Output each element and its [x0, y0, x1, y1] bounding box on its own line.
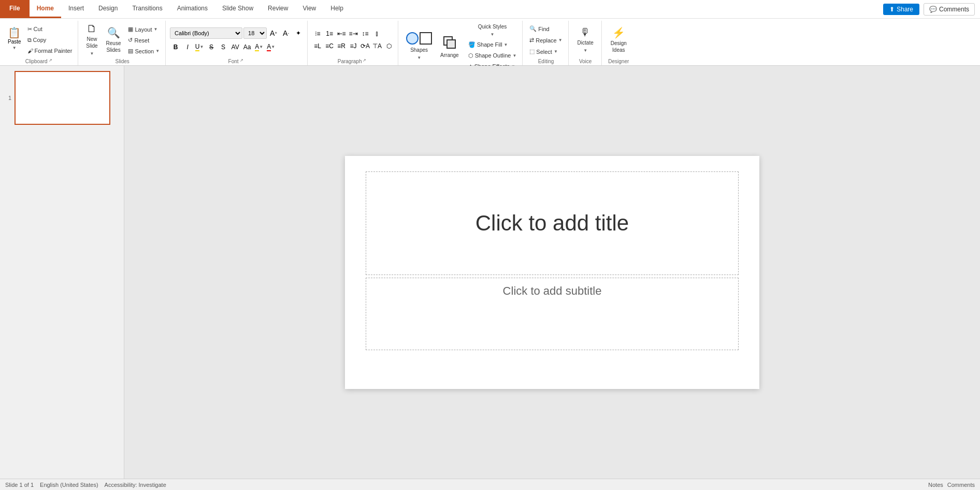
- justify-button[interactable]: ≡J: [348, 40, 359, 52]
- arrange-button[interactable]: Arrange: [437, 30, 463, 64]
- para-row1: ⁝≡ 1≡ ⇤≡ ≡⇥ ↕≡ ⫿: [312, 28, 383, 39]
- drawing-options-col: Quick Styles ▼ 🪣 Shape Fill ▼ ⬡ Shape Ou…: [464, 22, 520, 71]
- share-button[interactable]: ⬆ Share: [883, 4, 919, 15]
- align-center-button[interactable]: ≡C: [324, 40, 335, 52]
- align-left-button[interactable]: ≡L: [312, 40, 323, 52]
- paste-caret: ▼: [12, 46, 17, 50]
- decrease-indent-button[interactable]: ⇤≡: [336, 28, 347, 39]
- format-painter-icon: 🖌: [27, 48, 33, 54]
- increase-font-button[interactable]: A+: [268, 27, 279, 39]
- font-family-select[interactable]: Calibri (Body): [170, 27, 242, 39]
- slide-canvas[interactable]: Click to add title Click to add subtitle: [345, 156, 759, 389]
- new-slide-button[interactable]: 🗋 New Slide ▼: [82, 23, 101, 57]
- font-size-select[interactable]: 18: [243, 27, 267, 39]
- change-case-button[interactable]: Aa: [241, 41, 253, 53]
- clear-format-button[interactable]: ✦: [293, 27, 304, 39]
- language-status: English (United States): [40, 482, 98, 488]
- tab-insert[interactable]: Insert: [61, 0, 91, 18]
- replace-icon: ⇄: [529, 37, 534, 44]
- slide-title-box[interactable]: Click to add title: [366, 171, 739, 275]
- font-group-content: Calibri (Body) 18 A+ A- ✦ B I U ▼: [170, 22, 304, 58]
- design-ideas-button[interactable]: ⚡ Design Ideas: [606, 23, 631, 57]
- canvas-area: Click to add title Click to add subtitle: [124, 66, 980, 479]
- status-bar: Slide 1 of 1 English (United States) Acc…: [0, 479, 980, 490]
- paste-button[interactable]: 📋 Paste ▼: [5, 22, 24, 56]
- voice-group-content: 🎙 Dictate ▼: [573, 22, 598, 59]
- increase-indent-button[interactable]: ≡⇥: [348, 28, 359, 39]
- main-area: 1 ↔ Click to add title Click to add subt…: [0, 66, 980, 479]
- tab-help[interactable]: Help: [323, 0, 351, 18]
- slide-subtitle-box[interactable]: Click to add subtitle: [366, 278, 739, 350]
- design-ideas-icon: ⚡: [612, 27, 625, 38]
- highlight-button[interactable]: A ▼: [253, 41, 265, 53]
- notes-button[interactable]: Notes: [928, 482, 943, 488]
- italic-button[interactable]: I: [182, 41, 193, 53]
- status-right: Notes Comments: [928, 482, 975, 488]
- reuse-slides-button[interactable]: 🔍 ReuseSlides: [103, 23, 125, 57]
- slide-thumbnail-1[interactable]: [15, 71, 110, 125]
- slide-subtitle-placeholder: Click to add subtitle: [503, 284, 602, 298]
- clipboard-group: 📋 Paste ▼ ✂ Cut ⧉ Copy 🖌 Format P: [2, 21, 78, 65]
- layout-icon: ▦: [128, 26, 133, 33]
- font-format-row: B I U ▼ S S AV Aa A ▼ A: [170, 41, 277, 53]
- shapes-button[interactable]: Shapes ▼: [402, 30, 436, 64]
- bold-button[interactable]: B: [170, 41, 181, 53]
- tab-home[interactable]: Home: [30, 0, 61, 18]
- find-button[interactable]: 🔍 Find: [527, 24, 552, 34]
- decrease-font-button[interactable]: A-: [280, 27, 292, 39]
- tab-slideshow[interactable]: Slide Show: [215, 0, 261, 18]
- tab-transitions[interactable]: Transitions: [125, 0, 169, 18]
- shape-outline-button[interactable]: ⬡ Shape Outline ▼: [466, 50, 520, 61]
- comments-status[interactable]: Comments: [947, 482, 975, 488]
- slide-title-placeholder: Click to add title: [475, 211, 629, 236]
- strikethrough-button[interactable]: S: [206, 41, 217, 53]
- slide-panel: 1: [0, 66, 124, 479]
- char-spacing-button[interactable]: AV: [229, 41, 241, 53]
- tab-review[interactable]: Review: [261, 0, 295, 18]
- comments-button[interactable]: 💬 Comments: [924, 3, 975, 16]
- tab-animations[interactable]: Animations: [170, 0, 215, 18]
- clipboard-expand[interactable]: ↗: [49, 58, 55, 64]
- columns-button[interactable]: ⫿: [371, 28, 383, 39]
- text-direction-button[interactable]: ⟳A: [359, 40, 371, 52]
- layout-button[interactable]: ▦ Layout ▼: [125, 24, 162, 35]
- drawing-group: Shapes ▼ Arrange Quick Styles ▼: [399, 21, 523, 65]
- align-right-button[interactable]: ≡R: [336, 40, 347, 52]
- tab-file[interactable]: File: [0, 0, 30, 18]
- dictate-button[interactable]: 🎙 Dictate ▼: [573, 23, 598, 57]
- paste-icon: 📋: [8, 27, 21, 38]
- paragraph-group: ⁝≡ 1≡ ⇤≡ ≡⇥ ↕≡ ⫿ ≡L ≡C ≡R ≡J ⟳A ⊤A ⬡: [309, 21, 398, 65]
- quick-styles-button[interactable]: Quick Styles ▼: [466, 22, 520, 39]
- format-painter-button[interactable]: 🖌 Format Painter: [25, 46, 75, 56]
- underline-button[interactable]: U ▼: [194, 41, 205, 53]
- shapes-area: Shapes ▼ Arrange: [402, 30, 463, 64]
- tab-view[interactable]: View: [295, 0, 323, 18]
- numbering-button[interactable]: 1≡: [324, 28, 335, 39]
- section-button[interactable]: ▤ Section ▼: [125, 46, 162, 56]
- replace-button[interactable]: ⇄ Replace ▼: [527, 35, 565, 46]
- slide-count: Slide 1 of 1: [5, 482, 34, 488]
- cut-icon: ✂: [27, 26, 32, 33]
- find-icon: 🔍: [529, 25, 537, 32]
- font-color-button[interactable]: A ▼: [265, 41, 277, 53]
- copy-button[interactable]: ⧉ Copy: [25, 35, 75, 45]
- select-button[interactable]: ⬚ Select ▼: [527, 47, 560, 57]
- designer-group-content: ⚡ Design Ideas: [606, 22, 631, 59]
- shadow-button[interactable]: S: [218, 41, 229, 53]
- font-group: Calibri (Body) 18 A+ A- ✦ B I U ▼: [167, 21, 308, 65]
- paragraph-label: Paragraph ↗: [338, 58, 369, 65]
- shape-fill-button[interactable]: 🪣 Shape Fill ▼: [466, 39, 520, 50]
- smartart-button[interactable]: ⬡: [383, 40, 395, 52]
- paragraph-expand[interactable]: ↗: [363, 58, 369, 64]
- cut-button[interactable]: ✂ Cut: [25, 24, 75, 34]
- bullets-button[interactable]: ⁝≡: [312, 28, 323, 39]
- line-spacing-button[interactable]: ↕≡: [359, 28, 371, 39]
- header-right: ⬆ Share 💬 Comments: [883, 3, 980, 16]
- font-expand[interactable]: ↗: [240, 58, 246, 64]
- align-text-button[interactable]: ⊤A: [371, 40, 383, 52]
- reset-button[interactable]: ↺ Reset: [125, 35, 162, 46]
- comment-icon: 💬: [929, 6, 937, 13]
- voice-label: Voice: [579, 59, 592, 65]
- tab-design[interactable]: Design: [91, 0, 125, 18]
- slides-label: Slides: [116, 59, 129, 65]
